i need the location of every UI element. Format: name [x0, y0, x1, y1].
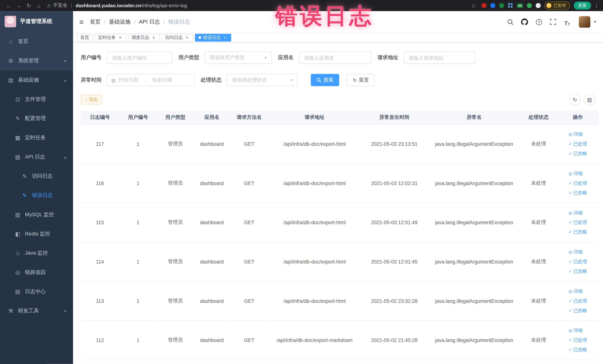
close-icon[interactable]: × — [118, 35, 123, 40]
download-icon: ↓ — [85, 97, 87, 102]
sidebar-item-redis-monitor[interactable]: ◧Redis 监控 — [0, 224, 73, 244]
action-ignored-link[interactable]: ✓已忽略 — [568, 149, 587, 158]
close-icon[interactable]: × — [151, 35, 156, 40]
sidebar-item-mysql-monitor[interactable]: ▥MySQL 监控 — [0, 205, 73, 224]
calendar-icon: ▦ — [111, 77, 116, 83]
sidebar-item-java-monitor[interactable]: ♨Java 监控 — [0, 244, 73, 263]
app-name-label: 应用名 — [278, 54, 294, 61]
request-url-input[interactable] — [404, 52, 475, 64]
extension-on-badge[interactable]: on — [517, 3, 523, 8]
column-settings-button[interactable]: ▥ — [584, 94, 595, 105]
action-ignored-link[interactable]: ✓已忽略 — [568, 188, 587, 198]
action-detail-link[interactable]: ◎详细 — [568, 129, 583, 139]
tag-item[interactable]: 错误日志× — [195, 34, 231, 41]
paused-extension-badge[interactable]: 已暂停 — [545, 1, 570, 10]
sidebar-item-api-log[interactable]: ▧API 日志▴ — [0, 147, 73, 167]
cell-app: dashboard — [194, 320, 230, 360]
bookmark-star-icon[interactable]: ☆ — [468, 2, 478, 9]
sidebar-item-config-management[interactable]: ✎配置管理 — [0, 109, 73, 128]
forward-icon[interactable]: → — [14, 2, 24, 9]
user-type-select[interactable]: 请选择用户类型 ▼ — [205, 52, 272, 64]
search-button[interactable]: 搜索 — [311, 74, 339, 86]
breadcrumb-infrastructure[interactable]: 基础设施 — [109, 19, 130, 25]
tag-item[interactable]: 首页 — [77, 34, 93, 41]
breadcrumb: 首页 / 基础设施 / API 日志 / 错误日志 — [90, 19, 190, 25]
extension-icon-4[interactable] — [508, 3, 513, 8]
close-icon[interactable]: × — [223, 35, 228, 40]
close-icon[interactable]: × — [185, 35, 190, 40]
cell-app: dashboard — [194, 124, 230, 164]
trace-icon: ◎ — [14, 269, 22, 275]
app-name-input[interactable] — [299, 52, 371, 64]
cell-actions: ◎详细✓已处理✓已忽略 — [557, 320, 599, 360]
reload-icon[interactable]: ↻ — [24, 2, 34, 9]
process-status-select[interactable]: 请选择处理状态 ▼ — [227, 74, 298, 86]
logo[interactable]: 芋道管理系统 — [0, 11, 73, 32]
action-ignored-link[interactable]: ✓已忽略 — [568, 267, 587, 276]
back-icon[interactable]: ← — [4, 2, 14, 9]
hamburger-icon[interactable]: ≡ — [79, 18, 84, 26]
action-detail-link[interactable]: ◎详细 — [568, 169, 583, 178]
sidebar-item-infrastructure[interactable]: ▤基础设施▴ — [0, 70, 73, 90]
sidebar-item-scheduled-tasks[interactable]: ▦定时任务 — [0, 128, 73, 147]
action-ignored-link[interactable]: ✓已忽略 — [568, 305, 587, 315]
cell-actions: ◎详细✓已处理✓已忽略 — [557, 124, 599, 164]
extension-icon-5[interactable] — [527, 3, 532, 8]
export-button[interactable]: ↓ 导出 — [81, 94, 102, 105]
breadcrumb-api-log[interactable]: API 日志 — [139, 19, 160, 25]
ignored-icon: ✓ — [568, 269, 572, 273]
security-label: 不安全 — [53, 2, 68, 9]
filter-exception-time: 异常时间 ▦ 开始日期 - 结束日期 — [81, 74, 195, 86]
navbar: ≡ 首页 / 基础设施 / API 日志 / 错误日志 — [73, 11, 603, 33]
app: 芋道管理系统 ⌂首页⚙系统管理▾▤基础设施▴⊡文件管理✎配置管理▦定时任务▧AP… — [0, 11, 603, 364]
sidebar-item-error-log[interactable]: ✎错误日志 — [0, 186, 73, 205]
sidebar-item-log-center[interactable]: ▤日志中心 — [0, 282, 73, 301]
table-row: 1171管理员dashboardGET/api/infra/db-doc/exp… — [81, 124, 599, 164]
search-icon[interactable] — [506, 18, 515, 26]
action-ignored-link[interactable]: ✓已忽略 — [568, 345, 587, 354]
action-detail-link[interactable]: ◎详细 — [568, 208, 583, 218]
table-header-row: 日志编号用户编号用户类型应用名请求方法名请求地址异常发生时间异常名处理状态操作 — [81, 110, 599, 124]
extension-icon-6[interactable] — [536, 3, 541, 8]
browser-home-icon[interactable]: ⌂ — [34, 2, 44, 9]
action-label: 详细 — [573, 249, 583, 255]
fullscreen-icon[interactable] — [549, 18, 557, 26]
action-detail-link[interactable]: ◎详细 — [568, 326, 583, 335]
action-processed-link[interactable]: ✓已处理 — [568, 335, 587, 345]
browser-menu-icon[interactable]: ⋮ — [594, 3, 599, 9]
action-processed-link[interactable]: ✓已处理 — [568, 257, 587, 267]
action-processed-link[interactable]: ✓已处理 — [568, 218, 587, 227]
github-icon[interactable] — [520, 18, 529, 26]
chrome-update-button[interactable]: 更新 — [574, 1, 591, 10]
breadcrumb-home[interactable]: 首页 — [90, 19, 101, 25]
action-processed-link[interactable]: ✓已处理 — [568, 296, 587, 305]
sidebar-item-label: 日志中心 — [25, 288, 46, 295]
exception-time-range-picker[interactable]: ▦ 开始日期 - 结束日期 — [107, 74, 195, 86]
tag-item[interactable]: 访问日志× — [162, 34, 193, 41]
action-ignored-link[interactable]: ✓已忽略 — [568, 227, 587, 237]
table-row: 1141管理员dashboardGET/api/infra/db-doc/exp… — [81, 242, 599, 281]
sidebar-item-dev-tools[interactable]: ⚒研发工具▾ — [0, 301, 73, 320]
action-detail-link[interactable]: ◎详细 — [568, 286, 583, 296]
reset-button[interactable]: ↻ 重置 — [347, 74, 374, 86]
refresh-button[interactable]: ↻ — [569, 94, 580, 105]
sidebar-item-access-log[interactable]: ✎访问日志 — [0, 166, 73, 186]
sidebar-item-link-trace[interactable]: ◎链路追踪 — [0, 263, 73, 282]
user-menu[interactable]: ▼ — [579, 16, 597, 28]
sidebar-item-file-management[interactable]: ⊡文件管理 — [0, 90, 73, 109]
user-id-input[interactable] — [107, 52, 172, 64]
action-processed-link[interactable]: ✓已处理 — [568, 178, 587, 188]
sidebar-item-system-management[interactable]: ⚙系统管理▾ — [0, 51, 73, 70]
extension-icon-2[interactable] — [490, 3, 496, 8]
tag-item[interactable]: 调度日志× — [128, 34, 160, 41]
action-detail-link[interactable]: ◎详细 — [568, 247, 583, 257]
action-processed-link[interactable]: ✓已处理 — [568, 139, 587, 149]
help-icon[interactable]: ? — [534, 18, 543, 26]
address-bar[interactable]: ⚠ 不安全 | dashboard.yudao.iocoder.cn /infr… — [47, 2, 468, 9]
extension-icon-3[interactable] — [499, 3, 504, 8]
font-size-icon[interactable]: TT — [563, 18, 571, 26]
sidebar-item-home[interactable]: ⌂首页 — [0, 32, 73, 51]
cell-time: 2021-05-02 23:32:28 — [361, 281, 428, 321]
tag-item[interactable]: 定时任务× — [94, 34, 126, 41]
extension-icon-1[interactable] — [482, 3, 487, 8]
